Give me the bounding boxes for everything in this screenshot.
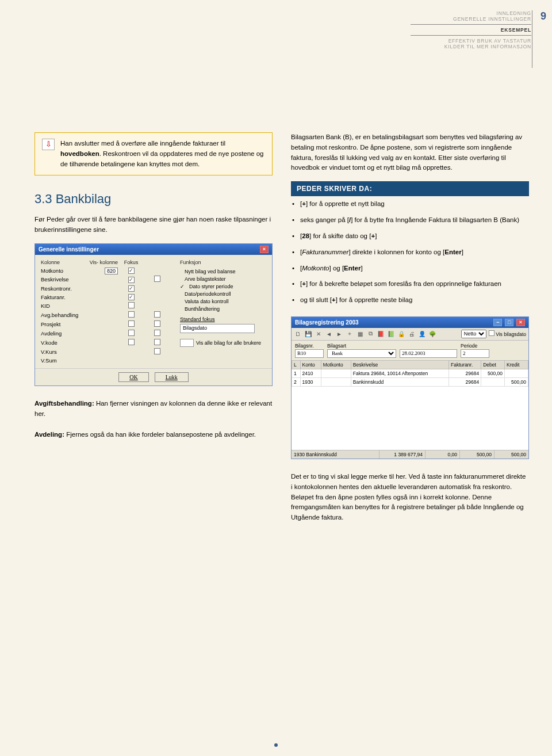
grid-icon[interactable]: ▦ bbox=[356, 330, 364, 338]
nav-item-active: EKSEMPEL bbox=[411, 27, 531, 33]
book-icon[interactable]: 📕 bbox=[377, 330, 385, 338]
settings-row-label: Prosjekt bbox=[41, 321, 87, 327]
page-header-nav: INNLEDNING GENERELLE INNSTILLINGER EKSEM… bbox=[411, 10, 531, 49]
window-buttons[interactable]: × bbox=[259, 246, 269, 253]
right-column: Bilagsarten Bank (B), er en betalingsbil… bbox=[291, 132, 529, 531]
print-icon[interactable]: 🖨 bbox=[408, 330, 416, 338]
window-buttons[interactable]: − □ × bbox=[492, 319, 525, 326]
peder-list-item: [+] for å opprette et nytt bilag bbox=[291, 196, 529, 212]
bilagsart-select[interactable]: Bank bbox=[327, 349, 396, 358]
dialog-title: Generelle innstillinger bbox=[39, 246, 99, 253]
save-icon[interactable]: 💾 bbox=[304, 330, 312, 338]
settings-row-label: V.Kurs bbox=[41, 349, 87, 355]
settings-row-label: Beskrivelse bbox=[41, 276, 87, 282]
table-row[interactable]: 21930Bankinnskudd29684500,00 bbox=[292, 377, 528, 386]
vis-checkbox[interactable]: ✓ bbox=[128, 277, 135, 283]
funksjon-label: Arve bilagstekster bbox=[185, 276, 226, 282]
netto-select[interactable]: Netto bbox=[461, 330, 486, 338]
close-icon[interactable]: × bbox=[260, 246, 269, 253]
new-icon[interactable]: 🗋 bbox=[294, 330, 302, 338]
nav-item: INNLEDNING bbox=[411, 10, 531, 16]
section-heading: 3.3 Bankbilag bbox=[34, 192, 273, 207]
bilagsnr-input[interactable] bbox=[295, 349, 324, 358]
fokus-checkbox[interactable] bbox=[154, 311, 160, 318]
dialog-title: Bilagsregistrering 2003 bbox=[295, 319, 359, 326]
peder-list-item: [Motkonto] og [Enter] bbox=[291, 261, 529, 277]
settings-row-label: V.kode bbox=[41, 339, 87, 346]
plus-icon[interactable]: ＋ bbox=[346, 330, 354, 338]
bilag-toolbar[interactable]: 🗋 💾 ✕ ◄ ► ＋ ▦ ⧉ 📕 📗 🔒 🖨 👤 🌳 Netto Vis bi… bbox=[292, 328, 528, 341]
funksjon-checkbox[interactable]: ✓ bbox=[180, 284, 185, 289]
delete-icon[interactable]: ✕ bbox=[315, 330, 323, 338]
bilag-footer: 1930 Bankinnskudd 1 389 677,94 0,00 500,… bbox=[292, 450, 528, 459]
settings-row-label: KID bbox=[41, 303, 87, 309]
bilag-dialog: Bilagsregistrering 2003 − □ × 🗋 💾 ✕ ◄ ► … bbox=[291, 316, 529, 459]
copy-icon[interactable]: ⧉ bbox=[366, 330, 374, 338]
vis-checkbox[interactable] bbox=[128, 311, 135, 318]
right-intro: Bilagsarten Bank (B), er en betalingsbil… bbox=[291, 132, 529, 173]
standard-fokus-input[interactable]: Bilagsdato bbox=[180, 324, 255, 333]
settings-row-label: Fakturanr. bbox=[41, 294, 87, 300]
lock-icon[interactable]: 🔒 bbox=[397, 330, 405, 338]
settings-row-label: Avdeling bbox=[41, 330, 87, 337]
callout-box: ⇩ Han avslutter med å overføre alle inng… bbox=[34, 132, 273, 175]
vis-checkbox[interactable] bbox=[128, 339, 135, 345]
left-column: ⇩ Han avslutter med å overføre alle inng… bbox=[34, 132, 273, 531]
transfer-icon: ⇩ bbox=[42, 139, 55, 150]
settings-grid: Kolonne Vis- kolonne Fokus Motkonto820✓B… bbox=[41, 259, 170, 364]
funksjon-label: Bunthåndtering bbox=[185, 306, 220, 312]
bilag-col-header: Kredit bbox=[505, 360, 528, 369]
vis-checkbox[interactable] bbox=[128, 302, 135, 308]
vis-count-input[interactable] bbox=[180, 339, 194, 347]
table-row[interactable]: 12410Faktura 29684, 10014 Aftenposten296… bbox=[292, 369, 528, 377]
funksjon-label: Dato/periodekontroll bbox=[185, 291, 231, 297]
peder-list-item: og til slutt [+] for å opprette neste bi… bbox=[291, 292, 529, 308]
vis-checkbox[interactable]: ✓ bbox=[128, 294, 135, 300]
vis-checkbox[interactable]: ✓ bbox=[128, 268, 135, 274]
peder-skriver-heading: PEDER SKRIVER DA: bbox=[291, 181, 529, 196]
settings-row-label: V.Sum bbox=[41, 357, 87, 364]
peder-list: [+] for å opprette et nytt bilagseks gan… bbox=[291, 196, 529, 308]
callout-text: Han avslutter med å overføre alle inngåe… bbox=[60, 139, 265, 169]
standard-fokus-label: Standard fokus bbox=[180, 316, 266, 322]
vis-checkbox[interactable]: ✓ bbox=[128, 285, 135, 292]
settings-row-label: Avg.behandling bbox=[41, 312, 87, 318]
fokus-checkbox[interactable] bbox=[154, 348, 160, 354]
minimize-icon[interactable]: − bbox=[493, 319, 502, 326]
next-icon[interactable]: ► bbox=[335, 330, 343, 338]
tree-icon[interactable]: 🌳 bbox=[428, 330, 436, 338]
settings-row-label: Reskontronr. bbox=[41, 285, 87, 292]
periode-input[interactable] bbox=[461, 349, 489, 358]
maximize-icon[interactable]: □ bbox=[505, 319, 513, 326]
bilag-col-header: Debet bbox=[481, 360, 505, 369]
nav-item: EFFEKTIV BRUK AV TASTATUR bbox=[411, 38, 531, 44]
fokus-checkbox[interactable] bbox=[154, 320, 160, 327]
book2-icon[interactable]: 📗 bbox=[387, 330, 395, 338]
peder-list-item: seks ganger på [/] for å bytte fra Inngå… bbox=[291, 212, 529, 228]
section-intro: Før Peder går over til å føre bankbilage… bbox=[34, 215, 273, 235]
funksjon-label: Nytt bilag ved balanse bbox=[185, 269, 236, 274]
settings-num-input[interactable]: 820 bbox=[105, 268, 118, 274]
user-icon[interactable]: 👤 bbox=[418, 330, 426, 338]
bilag-col-header: Motkonto bbox=[321, 360, 351, 369]
nav-item: GENERELLE INNSTILLINGER bbox=[411, 16, 531, 22]
nav-item: KILDER TIL MER INFORMASJON bbox=[411, 44, 531, 49]
note-block: Avgiftsbehandling: Han fjerner visningen… bbox=[34, 399, 273, 440]
fokus-checkbox[interactable] bbox=[154, 276, 160, 282]
lukk-button[interactable]: Lukk bbox=[155, 372, 189, 382]
vis-checkbox[interactable] bbox=[128, 330, 135, 336]
prev-icon[interactable]: ◄ bbox=[325, 330, 333, 338]
settings-dialog: Generelle innstillinger × Kolonne Vis- k… bbox=[34, 243, 273, 386]
dato-input[interactable] bbox=[400, 349, 457, 358]
close-icon[interactable]: × bbox=[516, 319, 525, 326]
peder-list-item: [28] for å skifte dato og [+] bbox=[291, 228, 529, 245]
page-number: 9 bbox=[540, 10, 546, 22]
funksjon-label: Dato styrer periode bbox=[189, 284, 233, 289]
vis-checkbox[interactable] bbox=[128, 320, 135, 327]
footer-dot-icon bbox=[274, 743, 278, 747]
bilag-col-header: Fakturanr. bbox=[449, 360, 481, 369]
fokus-checkbox[interactable] bbox=[154, 330, 160, 336]
fokus-checkbox[interactable] bbox=[154, 339, 160, 345]
bilag-col-header: Beskrivelse bbox=[351, 360, 448, 369]
ok-button[interactable]: OK bbox=[118, 372, 148, 382]
